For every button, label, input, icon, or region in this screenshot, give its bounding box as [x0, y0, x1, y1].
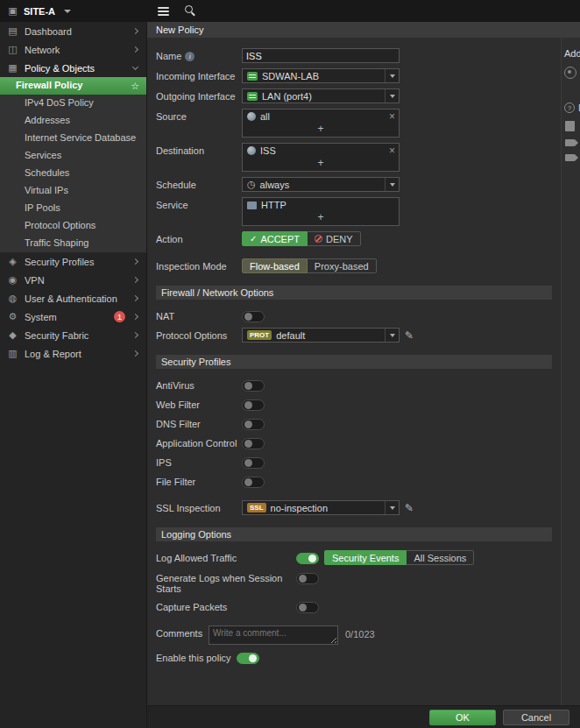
form-row-log-allowed-traffic: Log Allowed Traffic Security Events All … [156, 550, 552, 565]
service-entry-http[interactable]: HTTP [243, 198, 399, 212]
ssl-inspection-select[interactable]: SSL no-inspection [242, 500, 400, 515]
cancel-button[interactable]: Cancel [503, 710, 569, 725]
sidebar-item-internet-service-database[interactable]: Internet Service Database [0, 130, 146, 147]
destination-add-button[interactable]: + [243, 158, 399, 168]
sidebar-item-addresses[interactable]: Addresses [0, 112, 146, 130]
proxy-based-button[interactable]: Proxy-based [308, 258, 377, 273]
security-profiles-icon: ◈ [7, 256, 18, 267]
sidebar-item-firewall-policy[interactable]: Firewall Policy ☆ [0, 77, 146, 95]
chevron-right-icon [132, 277, 138, 283]
remove-icon[interactable]: × [389, 145, 395, 156]
flow-based-button[interactable]: Flow-based [242, 258, 308, 273]
enable-policy-toggle[interactable] [237, 653, 259, 664]
video-icon[interactable] [565, 139, 575, 146]
address-object-icon [247, 112, 256, 121]
policy-objects-submenu: Firewall Policy ☆ IPv4 DoS Policy Addres… [0, 77, 146, 252]
prot-badge: PROT [247, 330, 272, 340]
deny-button[interactable]: DENY [308, 231, 361, 246]
antivirus-toggle[interactable] [242, 380, 265, 392]
protocol-options-select[interactable]: PROT default [242, 328, 400, 343]
eye-icon[interactable] [564, 67, 576, 79]
sidebar-item-services[interactable]: Services [0, 147, 146, 165]
sidebar-item-log-report[interactable]: ▥ Log & Report [0, 344, 146, 363]
sidebar-item-policy-objects[interactable]: ▦ Policy & Objects [0, 59, 146, 77]
outgoing-interface-value: LAN (port4) [262, 91, 312, 102]
help-icon[interactable]: ? [564, 102, 575, 113]
content-wrap: Name Incoming Interface SDWAN-LAB [147, 38, 580, 705]
outgoing-interface-select[interactable]: LAN (port4) [242, 88, 400, 103]
comments-textarea[interactable] [209, 626, 338, 645]
sidebar-item-vpn[interactable]: ◉ VPN [0, 271, 146, 289]
accept-label: ACCEPT [260, 234, 300, 244]
protocol-options-value: default [276, 330, 305, 341]
schedule-label: Schedule [156, 180, 196, 190]
log-allowed-traffic-toggle[interactable] [296, 553, 319, 564]
chevron-right-icon [132, 46, 138, 53]
site-selector[interactable]: ▣ SITE-A [0, 0, 146, 22]
sidebar-item-virtual-ips[interactable]: Virtual IPs [0, 182, 146, 200]
sidebar-item-system[interactable]: ⚙ System 1 [0, 307, 146, 326]
sidebar-item-security-fabric[interactable]: ◆ Security Fabric [0, 326, 146, 344]
sidebar-item-ipv4-dos-policy[interactable]: IPv4 DoS Policy [0, 95, 146, 112]
ips-toggle[interactable] [242, 457, 265, 469]
source-selector: all × + [242, 109, 400, 138]
web-filter-toggle[interactable] [242, 399, 265, 411]
sidebar-item-label: Network [25, 45, 127, 55]
form-row-ssl-inspection: SSL Inspection SSL no-inspection ✎ [156, 500, 552, 515]
ok-button[interactable]: OK [429, 710, 496, 725]
dashboard-icon: ▤ [7, 25, 18, 37]
destination-selector: ISS × + [242, 143, 400, 172]
tab-new-policy[interactable]: New Policy [156, 25, 203, 35]
schedule-select[interactable]: ◷ always [242, 177, 400, 192]
security-events-button[interactable]: Security Events [324, 550, 407, 565]
dns-filter-toggle[interactable] [242, 419, 265, 430]
menu-icon[interactable] [158, 7, 169, 16]
gear-icon: ⚙ [7, 311, 18, 322]
network-icon: ◫ [7, 44, 18, 55]
form-row-comments: Comments 0/1023 [156, 626, 552, 645]
search-icon[interactable] [185, 5, 196, 17]
all-sessions-button[interactable]: All Sessions [407, 550, 474, 565]
remove-icon[interactable]: × [389, 111, 395, 122]
favorite-star-icon[interactable]: ☆ [131, 81, 139, 92]
name-input[interactable] [242, 48, 400, 63]
service-object-icon [247, 201, 257, 209]
system-alert-badge: 1 [114, 311, 125, 322]
book-icon[interactable] [565, 121, 575, 131]
sidebar-item-security-profiles[interactable]: ◈ Security Profiles [0, 252, 146, 271]
source-entry-all[interactable]: all × [243, 110, 399, 124]
form-row-protocol-options: Protocol Options PROT default ✎ [156, 328, 552, 343]
chevron-right-icon [132, 314, 138, 320]
generate-logs-toggle[interactable] [296, 573, 319, 584]
video-icon[interactable] [565, 154, 575, 161]
dropdown-caret-icon [385, 89, 399, 102]
destination-entry-iss[interactable]: ISS × [243, 144, 399, 158]
incoming-interface-select[interactable]: SDWAN-LAB [242, 68, 400, 83]
service-label: Service [156, 200, 188, 210]
outgoing-interface-label: Outgoing Interface [156, 91, 236, 102]
capture-packets-toggle[interactable] [296, 602, 319, 613]
log-type-segmented: Security Events All Sessions [324, 550, 474, 565]
destination-entry-label: ISS [260, 145, 276, 156]
info-icon[interactable] [185, 52, 195, 61]
dropdown-caret-icon [385, 69, 399, 82]
edit-pencil-icon[interactable]: ✎ [405, 328, 414, 342]
sidebar-item-traffic-shaping[interactable]: Traffic Shaping [0, 235, 146, 252]
sidebar-item-network[interactable]: ◫ Network [0, 40, 146, 59]
edit-pencil-icon[interactable]: ✎ [405, 500, 414, 514]
sidebar-item-protocol-options[interactable]: Protocol Options [0, 217, 146, 235]
nat-toggle[interactable] [242, 311, 265, 322]
source-add-button[interactable]: + [243, 124, 399, 134]
form-row-action: Action ✓ ACCEPT DENY [156, 231, 552, 246]
form-row-incoming-interface: Incoming Interface SDWAN-LAB [156, 68, 552, 83]
sidebar-item-ip-pools[interactable]: IP Pools [0, 200, 146, 217]
form-row-source: Source all × + [156, 109, 552, 138]
sidebar-item-dashboard[interactable]: ▤ Dashboard [0, 22, 146, 40]
sidebar-item-user-authentication[interactable]: ◍ User & Authentication [0, 289, 146, 307]
application-control-toggle[interactable] [242, 438, 265, 449]
file-filter-toggle[interactable] [242, 477, 265, 488]
sidebar-item-schedules[interactable]: Schedules [0, 165, 146, 182]
accept-button[interactable]: ✓ ACCEPT [242, 231, 308, 246]
service-add-button[interactable]: + [243, 212, 399, 223]
form-row-service: Service HTTP + [156, 197, 552, 226]
